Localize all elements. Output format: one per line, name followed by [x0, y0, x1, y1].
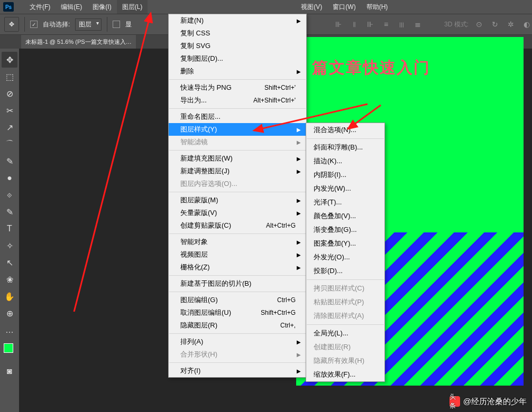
menu-item[interactable]: 删除▶ — [169, 65, 306, 78]
submenu-item[interactable]: 颜色叠加(V)... — [306, 209, 384, 223]
tool-1[interactable]: ⬚ — [2, 69, 17, 85]
align-icon[interactable]: ⫴ — [349, 19, 360, 30]
submenu-item[interactable]: 光泽(T)... — [306, 195, 384, 209]
submenu-item[interactable]: 缩放效果(F)... — [306, 368, 384, 381]
menu-help[interactable]: 帮助(H) — [361, 0, 393, 14]
menu-file[interactable]: 文件(F) — [24, 0, 56, 14]
menu-layer[interactable]: 图层(L) — [117, 0, 148, 14]
menu-edit[interactable]: 编辑(E) — [56, 0, 87, 14]
submenu-item[interactable]: 投影(D)... — [306, 264, 384, 278]
distribute-icon[interactable]: ≡ — [381, 19, 391, 30]
menu-item[interactable]: 图层样式(Y)▶ — [169, 123, 306, 136]
watermark: 头条 @经历沧桑的少年 — [450, 396, 527, 407]
submenu-item[interactable]: 内阴影(I)... — [306, 168, 384, 182]
3d-icon[interactable]: ⊙ — [474, 19, 484, 30]
menu-item[interactable]: 智能对象▶ — [169, 236, 306, 248]
3d-icon[interactable]: ↻ — [490, 19, 500, 30]
menu-item[interactable]: 排列(A)▶ — [169, 335, 306, 348]
3d-icon[interactable]: ✲ — [506, 19, 516, 30]
menu-item: 合并形状(H)▶ — [169, 348, 306, 361]
show-label: 显 — [125, 20, 132, 29]
menu-item[interactable]: 对齐(I)▶ — [169, 364, 306, 377]
submenu-item[interactable]: 图案叠加(Y)... — [306, 237, 384, 250]
tool-11[interactable]: ✧ — [2, 238, 17, 254]
menu-item[interactable]: 视频图层▶ — [169, 248, 306, 261]
menu-item[interactable]: 创建剪贴蒙版(C)Alt+Ctrl+G — [169, 219, 306, 232]
menu-item[interactable]: 新建调整图层(J)▶ — [169, 165, 306, 177]
submenu-item[interactable]: 全局光(L)... — [306, 326, 384, 340]
menu-item[interactable]: 取消图层编组(U)Shift+Ctrl+G — [169, 306, 306, 319]
submenu-item[interactable]: 斜面和浮雕(B)... — [306, 141, 384, 154]
tool-15[interactable]: ⊕ — [2, 305, 17, 321]
quick-mask[interactable]: ◙ — [2, 363, 17, 379]
tool-4[interactable]: ↗ — [2, 119, 17, 135]
menu-item[interactable]: 复制 SVG — [169, 40, 306, 52]
align-icon[interactable]: ⊪ — [333, 19, 344, 30]
submenu-item[interactable]: 混合选项(N)... — [306, 123, 384, 137]
active-tab[interactable]: 未标题-1 @ 51.6% (PS一篇文章快速入… — [21, 35, 136, 49]
menu-item[interactable]: 快速导出为 PNGShift+Ctrl+' — [169, 81, 306, 94]
divider — [24, 17, 25, 32]
submenu-item[interactable]: 外发光(O)... — [306, 250, 384, 264]
menu-separator — [169, 292, 306, 292]
show-checkbox[interactable] — [113, 21, 120, 28]
tool-5[interactable]: ⌒ — [2, 136, 17, 152]
auto-select-label: 自动选择: — [43, 20, 70, 29]
menu-item[interactable]: 隐藏图层(R)Ctrl+, — [169, 319, 306, 332]
menu-item[interactable]: 重命名图层... — [169, 110, 306, 123]
move-tool-icon[interactable]: ✥ — [4, 17, 19, 32]
distribute-icon[interactable]: ≣ — [412, 19, 423, 30]
menu-item[interactable]: 新建基于图层的切片(B) — [169, 277, 306, 290]
menu-separator — [307, 138, 384, 139]
3d-icon[interactable]: ◐ — [521, 19, 532, 30]
menu-item[interactable]: 复制 CSS — [169, 27, 306, 40]
layer-dropdown-menu[interactable]: 新建(N)▶复制 CSS复制 SVG复制图层(D)...删除▶快速导出为 PNG… — [168, 14, 307, 378]
menu-separator — [307, 324, 384, 325]
distribute-icon[interactable]: ⫼ — [397, 19, 407, 30]
menu-view[interactable]: 视图(V) — [296, 0, 327, 14]
menu-item: 图层内容选项(O)... — [169, 177, 306, 190]
tool-0[interactable]: ✥ — [2, 52, 17, 68]
canvas-text-layer[interactable]: 篇文章快速入门 — [312, 57, 518, 79]
align-icon[interactable]: ⊪ — [365, 19, 375, 30]
tool-9[interactable]: ✎ — [2, 204, 17, 220]
color-swatch[interactable] — [4, 343, 15, 355]
submenu-item: 粘贴图层样式(P) — [306, 295, 384, 309]
tools-panel: ✥⬚⊘✂↗⌒✎●⟐✎T✧↖❀✋⊕…◙ — [0, 49, 19, 380]
tool-3[interactable]: ✂ — [2, 102, 17, 118]
tool-16[interactable]: … — [2, 322, 17, 338]
menu-separator — [169, 108, 306, 109]
tool-14[interactable]: ✋ — [2, 288, 17, 304]
submenu-item[interactable]: 内发光(W)... — [306, 182, 384, 195]
layer-style-submenu[interactable]: 混合选项(N)...斜面和浮雕(B)...描边(K)...内阴影(I)...内发… — [306, 123, 385, 382]
menu-item[interactable]: 矢量蒙版(V)▶ — [169, 207, 306, 219]
tool-7[interactable]: ● — [2, 170, 17, 186]
auto-select-checkbox[interactable]: ✓ — [30, 21, 38, 28]
tool-2[interactable]: ⊘ — [2, 86, 17, 101]
menu-item[interactable]: 栅格化(Z)▶ — [169, 261, 306, 274]
mode-3d-label: 3D 模式: — [444, 20, 469, 29]
menu-item[interactable]: 图层蒙版(M)▶ — [169, 194, 306, 207]
submenu-item[interactable]: 渐变叠加(G)... — [306, 223, 384, 237]
layer-select-dropdown[interactable]: 图层 — [75, 18, 102, 31]
menu-item[interactable]: 导出为...Alt+Shift+Ctrl+' — [169, 94, 306, 107]
watermark-text: @经历沧桑的少年 — [463, 397, 527, 407]
menu-image[interactable]: 图像(I) — [87, 0, 116, 14]
tool-10[interactable]: T — [2, 221, 17, 237]
menu-window[interactable]: 窗口(W) — [327, 0, 361, 14]
submenu-item: 隐藏所有效果(H) — [306, 354, 384, 368]
menu-separator — [169, 233, 306, 234]
menu-separator — [169, 79, 306, 80]
menu-bar: Ps 文件(F)编辑(E)图像(I)图层(L)视图(V)窗口(W)帮助(H) — [0, 0, 532, 14]
menu-item[interactable]: 新建(N)▶ — [169, 14, 306, 27]
menu-separator — [169, 275, 306, 276]
menu-item[interactable]: 图层编组(G)Ctrl+G — [169, 294, 306, 306]
tool-8[interactable]: ⟐ — [2, 187, 17, 203]
tool-13[interactable]: ❀ — [2, 271, 17, 287]
menu-item[interactable]: 新建填充图层(W)▶ — [169, 152, 306, 165]
tool-6[interactable]: ✎ — [2, 153, 17, 169]
submenu-item[interactable]: 描边(K)... — [306, 154, 384, 168]
menu-item[interactable]: 复制图层(D)... — [169, 52, 306, 65]
divider — [107, 17, 107, 32]
tool-12[interactable]: ↖ — [2, 255, 17, 270]
